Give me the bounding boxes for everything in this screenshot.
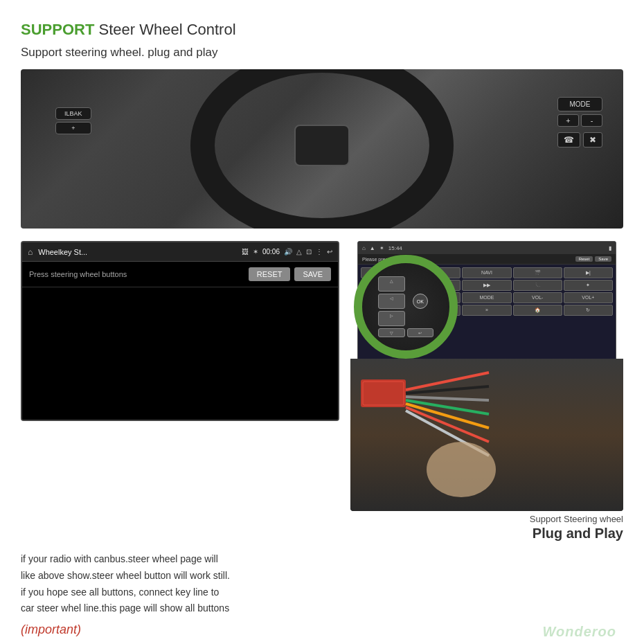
sw-plus-minus-row: + -	[557, 114, 602, 127]
wk-topbar: ⌂ Wheelkey St... 🖼 ✶ 00:06 🔊 △ ⊡ ⋮ ↩	[22, 242, 338, 262]
sw-ci-left: ◁	[378, 294, 405, 309]
wk-icon-menu: ⋮	[316, 248, 323, 256]
support-steering-label: Support Steering wheel	[350, 514, 623, 524]
sw-minus-btn: -	[581, 114, 602, 127]
sw-plus-btn: +	[557, 114, 579, 127]
wk-save-button[interactable]: SAVE	[294, 267, 331, 281]
left-panel: ⌂ Wheelkey St... 🖼 ✶ 00:06 🔊 △ ⊡ ⋮ ↩	[21, 241, 339, 542]
page-subtitle: Support steering wheel. plug and play	[21, 46, 623, 60]
steering-wheel-ring	[190, 69, 454, 229]
wires-svg	[350, 359, 623, 511]
sw-phone-hang-btn: ✖	[583, 132, 602, 147]
wk-content: Press steering wheel buttons RESET SAVE	[22, 262, 338, 420]
wk-icon-back: ↩	[327, 248, 332, 256]
page: SUPPORT Steer Wheel Control Support stee…	[0, 0, 644, 644]
rs-grid-btn-9: 📞	[513, 280, 562, 291]
sw-ci-down: ▽	[378, 328, 405, 337]
sw-ci-up: △	[378, 276, 405, 292]
steering-wheel-photo: ILBAK + MODE + - ☎ ✖	[21, 69, 623, 229]
title-support: SUPPORT	[21, 21, 94, 38]
rs-battery-icon: ▮	[609, 245, 611, 251]
sw-ci-back: ↩	[407, 328, 434, 337]
wk-press-row: Press steering wheel buttons RESET SAVE	[22, 262, 338, 287]
svg-rect-1	[361, 379, 406, 407]
wk-home-icon: ⌂	[28, 247, 33, 257]
bottom-line-3: if you hope see all buttons, connect key…	[21, 584, 623, 601]
wk-screen-title: Wheelkey St...	[38, 248, 236, 256]
title-rest: Steer Wheel Control	[94, 21, 235, 38]
rs-save-btn[interactable]: Save	[595, 256, 611, 262]
sw-phone-answer-btn: ☎	[557, 132, 580, 147]
sw-ci-spacer2	[407, 311, 413, 326]
wk-icon-triangle: △	[296, 248, 302, 256]
wk-empty-area	[22, 287, 338, 420]
rs-grid-btn-8: ▶▶	[462, 280, 511, 291]
bottom-line-2: like above show.steer wheel button will …	[21, 568, 623, 584]
wk-time: 00:06	[262, 248, 280, 256]
sw-circle-overlay: △ ◁ OK ▷ ▽ ↩	[350, 241, 468, 373]
bottom-line-4: car steer whel line.this page will show …	[21, 600, 623, 617]
sw-left-controls: ILBAK +	[55, 107, 91, 134]
wheelkey-screen: ⌂ Wheelkey St... 🖼 ✶ 00:06 🔊 △ ⊡ ⋮ ↩	[21, 241, 339, 421]
rs-grid-btn-3: NAVI	[462, 267, 511, 278]
sw-ci-ok: OK	[413, 294, 428, 309]
rs-grid-btn-4: 🎬	[513, 267, 562, 278]
rs-grid-btn-18: »	[462, 305, 511, 316]
sw-phone-row: ☎ ✖	[557, 132, 602, 147]
important-label: (important)	[21, 623, 623, 637]
bottom-line-1: if your radio with canbus.steer wheel pa…	[21, 551, 623, 568]
svg-point-10	[427, 442, 496, 497]
sw-left-btn-ilbak: ILBAK	[55, 107, 91, 120]
right-panel: ⌂ ▲ ✶ 15:44 ▮ Please press a key Reset S…	[350, 241, 623, 542]
sw-circle-inner-btns: △ ◁ OK ▷ ▽ ↩	[378, 276, 433, 337]
plug-and-play-label: Plug and Play	[350, 526, 623, 542]
rs-grid-btn-5: ▶|	[564, 267, 613, 278]
bottom-section: ⌂ Wheelkey St... 🖼 ✶ 00:06 🔊 △ ⊡ ⋮ ↩	[21, 241, 623, 542]
wk-press-label: Press steering wheel buttons	[29, 270, 127, 278]
rs-reset-btn[interactable]: Reset	[575, 256, 593, 262]
rs-grid-btn-20: ↻	[564, 305, 613, 316]
sw-mode-section: MODE + - ☎ ✖	[557, 97, 602, 147]
wk-status-icons: 🖼 ✶ 00:06 🔊 △ ⊡ ⋮ ↩	[242, 248, 332, 256]
sw-mode-btn: MODE	[557, 97, 602, 111]
sw-ci-spacer1	[407, 276, 413, 292]
wk-icon-picture: ⊡	[306, 248, 312, 256]
wiring-hand-photo	[350, 359, 623, 511]
sw-circle-ring: △ ◁ OK ▷ ▽ ↩	[354, 255, 458, 359]
rs-grid-btn-15: VOL+	[564, 292, 613, 303]
wk-icon-sound: 🔊	[284, 248, 292, 256]
sw-ci-right: ▷	[378, 311, 405, 326]
page-title: SUPPORT Steer Wheel Control	[21, 21, 623, 39]
rs-grid-btn-10: ✦	[564, 280, 613, 291]
wk-icon-bluetooth: ✶	[253, 248, 258, 256]
rs-grid-btn-14: VOL-	[513, 292, 562, 303]
wk-icon-image: 🖼	[242, 248, 249, 256]
rs-grid-btn-13: MODE	[462, 292, 511, 303]
rs-grid-btn-19: 🏠	[513, 305, 562, 316]
bottom-description: if your radio with canbus.steer wheel pa…	[21, 551, 623, 617]
steering-wheel-center	[294, 125, 350, 166]
wk-reset-button[interactable]: RESET	[249, 267, 291, 281]
right-screen-composite: ⌂ ▲ ✶ 15:44 ▮ Please press a key Reset S…	[350, 241, 623, 511]
sw-left-btn-plus: +	[55, 122, 91, 134]
